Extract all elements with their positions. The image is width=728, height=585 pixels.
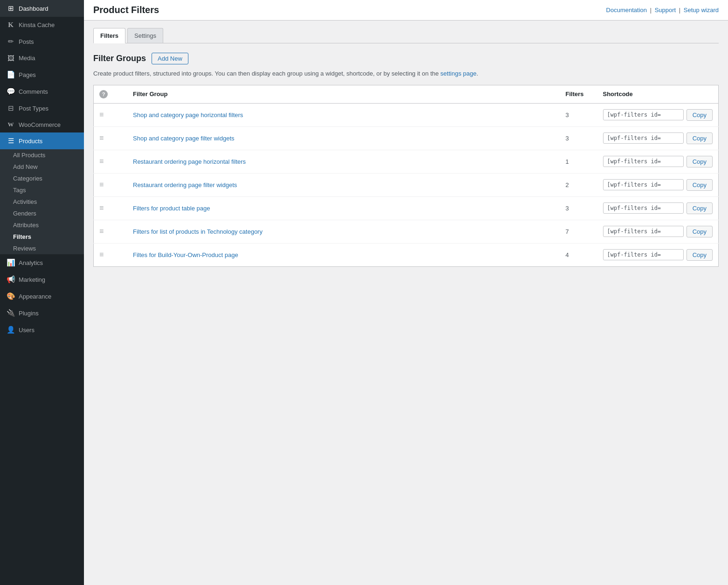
sidebar-item-products[interactable]: ☰ Products	[0, 132, 84, 149]
sidebar-item-all-products[interactable]: All Products	[0, 149, 84, 161]
cell-drag-empty-5	[113, 220, 127, 243]
cell-drag-handle-3: ≡	[94, 173, 114, 196]
col-shortcode: Shortcode	[597, 85, 719, 103]
cell-filter-name-6: Filtes for Build-Your-Own-Product page	[127, 243, 560, 266]
cell-shortcode-5: Copy	[597, 220, 719, 243]
sidebar-item-posts[interactable]: ✏ Posts	[0, 33, 84, 50]
copy-button-1[interactable]: Copy	[686, 132, 713, 144]
sidebar-item-woocommerce[interactable]: W WooCommerce	[0, 117, 84, 132]
shortcode-input-3[interactable]	[603, 179, 684, 190]
help-icon[interactable]: ?	[99, 90, 108, 98]
support-link[interactable]: Support	[655, 7, 676, 14]
shortcode-input-4[interactable]	[603, 202, 684, 214]
filter-name-link-4[interactable]: Filters for product table page	[133, 205, 210, 212]
cell-drag-empty-1	[113, 126, 127, 150]
drag-handle-icon[interactable]: ≡	[99, 227, 104, 235]
sidebar-label-users: Users	[19, 327, 35, 334]
settings-page-link[interactable]: settings page	[440, 70, 476, 77]
col-filters: Filters	[560, 85, 597, 103]
content-area: Filters Settings Filter Groups Add New C…	[84, 21, 728, 274]
filter-name-link-3[interactable]: Restaurant ordering page filter widgets	[133, 181, 237, 188]
shortcode-input-5[interactable]	[603, 226, 684, 237]
cell-drag-handle-6: ≡	[94, 243, 114, 266]
sidebar-item-plugins[interactable]: 🔌 Plugins	[0, 305, 84, 321]
shortcode-input-0[interactable]	[603, 109, 684, 120]
filter-name-link-5[interactable]: Filters for list of products in Technolo…	[133, 228, 263, 235]
cell-filter-name-0: Shop and category page horizontal filter…	[127, 103, 560, 126]
copy-button-3[interactable]: Copy	[686, 179, 713, 191]
sidebar-label-post-types: Post Types	[19, 105, 49, 112]
cell-shortcode-6: Copy	[597, 243, 719, 266]
sidebar-item-activities[interactable]: Activities	[0, 196, 84, 208]
documentation-link[interactable]: Documentation	[606, 7, 647, 14]
copy-button-0[interactable]: Copy	[686, 109, 713, 121]
topbar-links: Documentation | Support | Setup wizard	[606, 7, 719, 14]
table-row: ≡ Filters for product table page 3 Copy	[94, 196, 719, 220]
cell-drag-empty-6	[113, 243, 127, 266]
cell-filters-count-6: 4	[560, 243, 597, 266]
add-new-button[interactable]: Add New	[152, 53, 188, 64]
filter-name-link-1[interactable]: Shop and category page filter widgets	[133, 135, 235, 142]
sidebar-item-attributes[interactable]: Attributes	[0, 219, 84, 231]
analytics-icon: 📊	[7, 258, 15, 267]
sidebar-item-comments[interactable]: 💬 Comments	[0, 83, 84, 100]
cell-shortcode-2: Copy	[597, 150, 719, 173]
copy-button-5[interactable]: Copy	[686, 226, 713, 237]
sidebar-item-users[interactable]: 👤 Users	[0, 321, 84, 338]
main-content: Product Filters Documentation | Support …	[84, 0, 728, 585]
drag-handle-icon[interactable]: ≡	[99, 181, 104, 188]
sidebar-label-media: Media	[19, 55, 35, 62]
sidebar-label-dashboard: Dashboard	[19, 5, 49, 12]
sidebar-item-analytics[interactable]: 📊 Analytics	[0, 254, 84, 271]
setup-wizard-link[interactable]: Setup wizard	[684, 7, 719, 14]
cell-shortcode-3: Copy	[597, 173, 719, 196]
cell-drag-handle-4: ≡	[94, 196, 114, 220]
sidebar-label-plugins: Plugins	[19, 310, 39, 317]
sidebar-item-filters[interactable]: Filters	[0, 231, 84, 243]
table-row: ≡ Shop and category page filter widgets …	[94, 126, 719, 150]
sidebar-item-tags[interactable]: Tags	[0, 184, 84, 196]
sidebar-item-marketing[interactable]: 📢 Marketing	[0, 271, 84, 288]
shortcode-input-6[interactable]	[603, 249, 684, 260]
products-submenu: All Products Add New Categories Tags Act…	[0, 149, 84, 254]
tab-settings[interactable]: Settings	[127, 28, 163, 43]
copy-button-2[interactable]: Copy	[686, 156, 713, 167]
cell-drag-empty-3	[113, 173, 127, 196]
sidebar-item-categories[interactable]: Categories	[0, 173, 84, 184]
drag-handle-icon[interactable]: ≡	[99, 204, 104, 212]
tab-filters[interactable]: Filters	[93, 28, 125, 43]
drag-handle-icon[interactable]: ≡	[99, 251, 104, 258]
sidebar-item-appearance[interactable]: 🎨 Appearance	[0, 288, 84, 305]
post-types-icon: ⊟	[7, 104, 15, 112]
filter-name-link-6[interactable]: Filtes for Build-Your-Own-Product page	[133, 251, 238, 258]
cell-shortcode-1: Copy	[597, 126, 719, 150]
sidebar-item-kinsta-cache[interactable]: K Kinsta Cache	[0, 17, 84, 33]
sidebar-item-genders[interactable]: Genders	[0, 208, 84, 219]
sidebar-item-pages[interactable]: 📄 Pages	[0, 66, 84, 83]
sidebar-item-post-types[interactable]: ⊟ Post Types	[0, 100, 84, 117]
drag-handle-icon[interactable]: ≡	[99, 157, 104, 165]
shortcode-input-1[interactable]	[603, 132, 684, 144]
drag-handle-icon[interactable]: ≡	[99, 111, 104, 118]
sidebar-item-add-new[interactable]: Add New	[0, 161, 84, 173]
sidebar-item-media[interactable]: 🖼 Media	[0, 50, 84, 66]
cell-drag-handle-1: ≡	[94, 126, 114, 150]
drag-handle-icon[interactable]: ≡	[99, 134, 104, 142]
col-filter-group: Filter Group	[127, 85, 560, 103]
shortcode-cell-0: Copy	[603, 109, 713, 121]
cell-shortcode-0: Copy	[597, 103, 719, 126]
filter-name-link-2[interactable]: Restaurant ordering page horizontal filt…	[133, 158, 246, 165]
sidebar-label-woocommerce: WooCommerce	[19, 121, 61, 128]
copy-button-6[interactable]: Copy	[686, 249, 713, 261]
cell-filters-count-2: 1	[560, 150, 597, 173]
shortcode-input-2[interactable]	[603, 156, 684, 167]
cell-shortcode-4: Copy	[597, 196, 719, 220]
posts-icon: ✏	[7, 37, 15, 46]
copy-button-4[interactable]: Copy	[686, 202, 713, 214]
sidebar-item-dashboard[interactable]: ⊞ Dashboard	[0, 0, 84, 17]
filter-name-link-0[interactable]: Shop and category page horizontal filter…	[133, 111, 243, 118]
cell-filter-name-4: Filters for product table page	[127, 196, 560, 220]
col-help: ?	[94, 85, 114, 103]
sidebar-item-reviews[interactable]: Reviews	[0, 243, 84, 254]
shortcode-cell-1: Copy	[603, 132, 713, 144]
